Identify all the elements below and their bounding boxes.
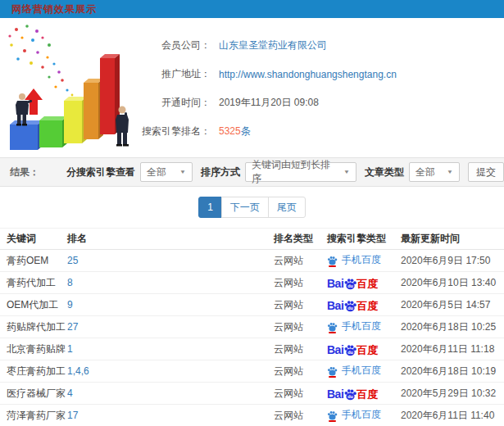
mobile-baidu-label: 手机百度: [342, 408, 381, 422]
rank-count-value: 5325条: [219, 125, 251, 138]
mobile-baidu-logo: 手机百度: [327, 408, 381, 422]
mobile-baidu-logo: 手机百度: [327, 253, 381, 267]
keyword-cell: OEM代加工: [7, 299, 58, 310]
mobile-paw-icon: [327, 256, 338, 265]
bar-chart-graphic: [0, 18, 152, 157]
updated-cell: 2020年6月18日 10:19: [401, 365, 496, 377]
baidu-logo: Bai du 百度: [327, 342, 378, 356]
table-row: 北京膏药贴牌 1 云网站 Bai du 百度: [0, 338, 504, 360]
baidu-logo-cn: 百度: [356, 301, 378, 311]
baidu-logo: Bai du 百度: [327, 297, 378, 311]
rank-type-cell: 云网站: [274, 277, 303, 288]
info-row-rank-count: 搜索引擎排名： 5325条: [152, 120, 504, 143]
header-rank-type: 排名类型: [272, 229, 325, 250]
submit-button[interactable]: 提交: [468, 162, 504, 182]
pagination: 1 下一页 尾页: [198, 197, 306, 218]
header-keyword: 关键词: [0, 229, 66, 250]
page-button-next[interactable]: 下一页: [221, 197, 269, 218]
pagination-zone: 1 下一页 尾页: [0, 187, 504, 228]
baidu-logo-bai: Bai: [327, 388, 343, 400]
paw-icon: du: [343, 388, 357, 402]
rank-type-cell: 云网站: [274, 387, 303, 399]
updated-cell: 2020年6月11日 11:18: [401, 343, 494, 355]
results-table-body: 膏药OEM 25 云网站 du: [0, 250, 504, 426]
rank-link[interactable]: 1,4,6: [67, 365, 89, 377]
sort-select-value: 关键词由短到长排序: [252, 158, 337, 186]
results-table-header-row: 关键词 排名 排名类型 搜索引擎类型 最新更新时间: [0, 229, 504, 250]
info-row-open-time: 开通时间： 2019年11月20日 09:08: [152, 92, 504, 114]
paw-icon: du: [343, 344, 357, 358]
filter-controls: 分搜索引擎查看 全部 ▼ 排序方式 关键词由短到长排序 ▼ 文章类型 全部 ▼ …: [58, 162, 504, 182]
updated-cell: 2020年6月11日 11:40: [401, 410, 494, 421]
table-row: 菏泽膏药厂家 17 云网站 du: [0, 405, 504, 426]
engine-select[interactable]: 全部 ▼: [140, 162, 193, 182]
mobile-baidu-label: 手机百度: [342, 253, 381, 267]
article-type-label: 文章类型: [365, 165, 404, 179]
engine-select-value: 全部: [147, 165, 166, 179]
paw-icon: du: [343, 300, 357, 314]
keyword-cell: 菏泽膏药厂家: [7, 410, 66, 421]
header-updated: 最新更新时间: [399, 229, 504, 250]
table-row: OEM代加工 9 云网站 Bai du 百度: [0, 294, 504, 316]
baidu-logo-cn: 百度: [356, 389, 378, 400]
chevron-down-icon: ▼: [343, 169, 350, 174]
updated-cell: 2020年6月10日 13:40: [401, 277, 496, 288]
rank-count-suffix: 条: [241, 125, 251, 137]
company-link[interactable]: 山东皇圣堂药业有限公司: [219, 39, 327, 52]
rank-type-cell: 云网站: [274, 365, 303, 377]
open-time-value: 2019年11月20日 09:08: [219, 96, 319, 110]
updated-cell: 2020年6月18日 10:25: [401, 321, 496, 333]
keyword-cell: 北京膏药贴牌: [7, 343, 66, 355]
svg-text:du: du: [347, 306, 353, 310]
marketing-graphic: [0, 18, 152, 157]
updated-cell: 2020年6月9日 17:50: [401, 255, 490, 266]
header-bar: 网络营销效果展示: [0, 0, 504, 18]
keyword-cell: 药贴牌代加工: [7, 321, 66, 333]
table-row: 膏药代加工 8 云网站 Bai du 百度: [0, 272, 504, 294]
page-button-last[interactable]: 尾页: [268, 197, 306, 218]
info-row-url: 推广地址： http://www.shandonghuangshengtang.…: [152, 63, 504, 85]
table-row: 膏药OEM 25 云网站 du: [0, 250, 504, 272]
rank-link[interactable]: 8: [67, 277, 73, 288]
svg-text:du: du: [347, 394, 353, 399]
rank-type-cell: 云网站: [274, 321, 303, 333]
keyword-cell: 膏药代加工: [7, 277, 56, 288]
promo-url-link[interactable]: http://www.shandonghuangshengtang.cn: [219, 69, 397, 80]
chevron-down-icon: ▼: [179, 169, 186, 174]
sort-filter-label: 排序方式: [201, 165, 240, 179]
article-type-select[interactable]: 全部 ▼: [409, 162, 460, 182]
mobile-paw-icon: [327, 410, 338, 420]
promo-url-label: 推广地址：: [152, 67, 211, 81]
baidu-logo: Bai du 百度: [327, 386, 378, 400]
page-button-current[interactable]: 1: [198, 197, 222, 218]
open-time-label: 开通时间：: [152, 96, 211, 110]
mobile-baidu-logo: 手机百度: [327, 364, 381, 378]
rank-link[interactable]: 17: [67, 410, 78, 421]
rank-link[interactable]: 25: [67, 255, 78, 266]
rank-type-cell: 云网站: [274, 343, 303, 355]
mobile-baidu-label: 手机百度: [342, 364, 381, 378]
rank-count-number: 5325: [219, 125, 241, 137]
rank-link[interactable]: 9: [67, 299, 73, 310]
confetti: [8, 25, 73, 96]
sort-select[interactable]: 关键词由短到长排序 ▼: [245, 162, 356, 182]
baidu-logo-cn: 百度: [356, 279, 378, 289]
keyword-cell: 枣庄膏药加工: [7, 365, 66, 377]
results-table: 关键词 排名 排名类型 搜索引擎类型 最新更新时间 膏药OEM 25 云网站: [0, 228, 504, 426]
baidu-logo-cn: 百度: [356, 345, 378, 356]
rank-link[interactable]: 1: [67, 343, 73, 355]
rank-link[interactable]: 4: [67, 387, 73, 399]
keyword-cell: 膏药OEM: [7, 255, 48, 266]
header-engine-type: 搜索引擎类型: [325, 229, 399, 250]
table-row: 医疗器械厂家 4 云网站 Bai du 百度: [0, 383, 504, 405]
updated-cell: 2020年6月5日 14:57: [401, 299, 490, 310]
rank-link[interactable]: 27: [67, 321, 78, 333]
chevron-down-icon: ▼: [447, 169, 453, 174]
mobile-baidu-logo: 手机百度: [327, 320, 381, 333]
company-label: 会员公司：: [152, 39, 211, 52]
svg-text:du: du: [347, 283, 353, 288]
filter-bar: 结果： 分搜索引擎查看 全部 ▼ 排序方式 关键词由短到长排序 ▼ 文章类型 全…: [0, 157, 504, 187]
svg-text:du: du: [347, 350, 353, 355]
table-row: 药贴牌代加工 27 云网站 du: [0, 316, 504, 338]
rank-type-cell: 云网站: [274, 410, 303, 421]
